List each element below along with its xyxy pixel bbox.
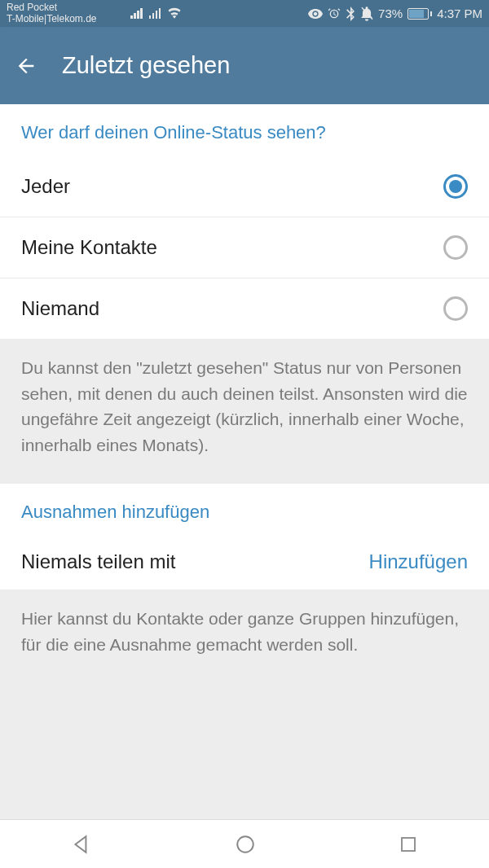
- never-share-label: Niemals teilen mit: [21, 550, 175, 573]
- nav-back-icon[interactable]: [71, 834, 92, 855]
- exceptions-info-text: Hier kannst du Kontakte oder ganze Grupp…: [0, 590, 489, 683]
- svg-point-0: [237, 836, 253, 853]
- visibility-section: Wer darf deinen Online-Status sehen? Jed…: [0, 104, 489, 339]
- exceptions-section: Ausnahmen hinzufügen Niemals teilen mit …: [0, 484, 489, 590]
- nav-home-icon[interactable]: [235, 834, 256, 855]
- signal-icon-1: [130, 8, 143, 19]
- radio-label: Niemand: [21, 297, 99, 320]
- status-bar: Red Pocket T-Mobile|Telekom.de 73% 4:37 …: [0, 0, 489, 27]
- signal-icon-2: [149, 8, 161, 19]
- navigation-bar: [0, 819, 489, 868]
- section-header-visibility: Wer darf deinen Online-Status sehen?: [0, 104, 489, 156]
- battery-percent: 73%: [378, 7, 403, 20]
- visibility-info-text: Du kannst den "zuletzt gesehen" Status n…: [0, 339, 489, 484]
- radio-icon-selected: [443, 174, 468, 199]
- alarm-icon: [328, 7, 341, 20]
- radio-label: Jeder: [21, 175, 70, 198]
- eye-icon: [308, 8, 323, 20]
- radio-option-everyone[interactable]: Jeder: [0, 156, 489, 217]
- section-header-exceptions: Ausnahmen hinzufügen: [0, 484, 489, 536]
- battery-icon: [408, 8, 432, 20]
- status-time: 4:37 PM: [437, 7, 482, 20]
- carrier-line1: Red Pocket: [7, 2, 97, 13]
- wifi-icon: [167, 7, 182, 19]
- back-button[interactable]: [15, 55, 37, 77]
- add-exception-link[interactable]: Hinzufügen: [369, 550, 468, 573]
- bluetooth-icon: [346, 7, 355, 21]
- radio-icon: [443, 235, 468, 260]
- radio-icon: [443, 296, 468, 321]
- page-title: Zuletzt gesehen: [62, 52, 230, 79]
- nav-recent-icon[interactable]: [399, 835, 418, 854]
- radio-option-nobody[interactable]: Niemand: [0, 278, 489, 339]
- radio-label: Meine Kontakte: [21, 236, 157, 259]
- app-bar: Zuletzt gesehen: [0, 27, 489, 104]
- never-share-row[interactable]: Niemals teilen mit Hinzufügen: [0, 536, 489, 590]
- radio-option-contacts[interactable]: Meine Kontakte: [0, 217, 489, 278]
- mute-icon: [360, 7, 373, 21]
- svg-rect-1: [402, 838, 415, 851]
- carrier-line2: T-Mobile|Telekom.de: [7, 14, 97, 24]
- status-right: 73% 4:37 PM: [308, 7, 482, 21]
- status-carrier: Red Pocket T-Mobile|Telekom.de: [7, 2, 97, 24]
- content: Wer darf deinen Online-Status sehen? Jed…: [0, 104, 489, 683]
